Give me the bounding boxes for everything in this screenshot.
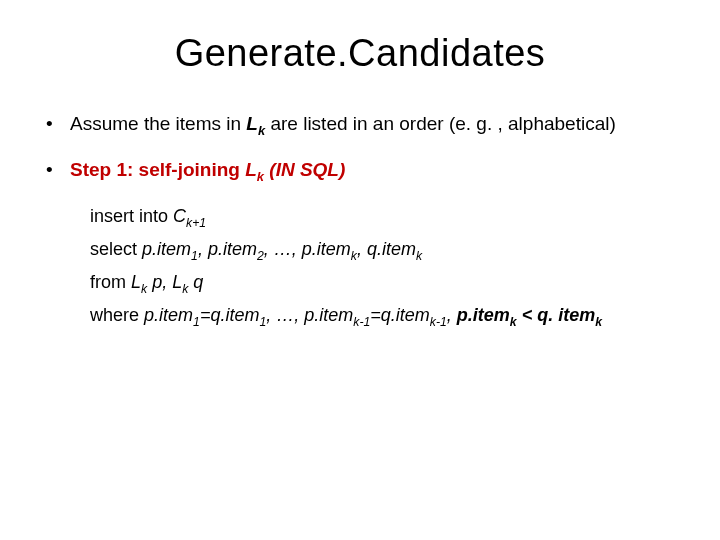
wh-lhs3: p.item	[457, 305, 510, 325]
sel-kw: select	[90, 239, 142, 259]
wh-lhs1: p.item	[144, 305, 193, 325]
b2-sym: L	[245, 159, 257, 180]
wh-rhs3: q. item	[537, 305, 595, 325]
ins-c: C	[173, 206, 186, 226]
wh-sep: ,	[447, 305, 457, 325]
fr-p: p,	[147, 272, 172, 292]
wh-ls2: k-1	[353, 315, 370, 329]
sql-insert: insert into Ck+1	[90, 203, 690, 232]
sel-c2: , …,	[264, 239, 302, 259]
b2-sql: (IN SQL)	[264, 159, 345, 180]
ins-sub: k+1	[186, 216, 206, 230]
b1-pre: Assume the items in	[70, 113, 246, 134]
wh-mid: , …,	[266, 305, 304, 325]
sql-select: select p.item1, p.item2, …, p.itemk, q.i…	[90, 236, 690, 265]
slide-title: Generate.Candidates	[30, 32, 690, 75]
bullet-2: Step 1: self-joining Lk (IN SQL)	[46, 157, 690, 185]
sel-s1: 1	[191, 249, 198, 263]
sql-block: insert into Ck+1 select p.item1, p.item2…	[90, 203, 690, 331]
sel-p1: p.item	[142, 239, 191, 259]
wh-rhs2: q.item	[381, 305, 430, 325]
sel-s4: k	[416, 249, 422, 263]
sel-p2: p.item	[208, 239, 257, 259]
wh-eq2: =	[370, 305, 381, 325]
bullet-1: Assume the items in Lk are listed in an …	[46, 111, 690, 139]
wh-lhs2: p.item	[304, 305, 353, 325]
b2-sub: k	[257, 169, 264, 184]
wh-eq1: =	[200, 305, 211, 325]
fr-kw: from	[90, 272, 131, 292]
fr-L1: L	[131, 272, 141, 292]
wh-rs3: k	[595, 315, 602, 329]
fr-L2: L	[172, 272, 182, 292]
sql-where: where p.item1=q.item1, …, p.itemk-1=q.it…	[90, 302, 690, 331]
wh-kw: where	[90, 305, 144, 325]
b2-label: Step 1: self-joining	[70, 159, 245, 180]
bullet-list: Assume the items in Lk are listed in an …	[46, 111, 690, 185]
sel-c1: ,	[198, 239, 208, 259]
sql-from: from Lk p, Lk q	[90, 269, 690, 298]
sel-s2: 2	[257, 249, 264, 263]
wh-ls3: k	[510, 315, 517, 329]
b1-sym: L	[246, 113, 258, 134]
ins-kw: insert into	[90, 206, 173, 226]
wh-rhs1: q.item	[210, 305, 259, 325]
b1-post: are listed in an order (e. g. , alphabet…	[265, 113, 616, 134]
wh-lt: <	[517, 305, 538, 325]
wh-rs2: k-1	[430, 315, 447, 329]
wh-ls1: 1	[193, 315, 200, 329]
sel-p3: p.item	[302, 239, 351, 259]
sel-c3: ,	[357, 239, 367, 259]
sel-p4: q.item	[367, 239, 416, 259]
fr-q: q	[188, 272, 203, 292]
